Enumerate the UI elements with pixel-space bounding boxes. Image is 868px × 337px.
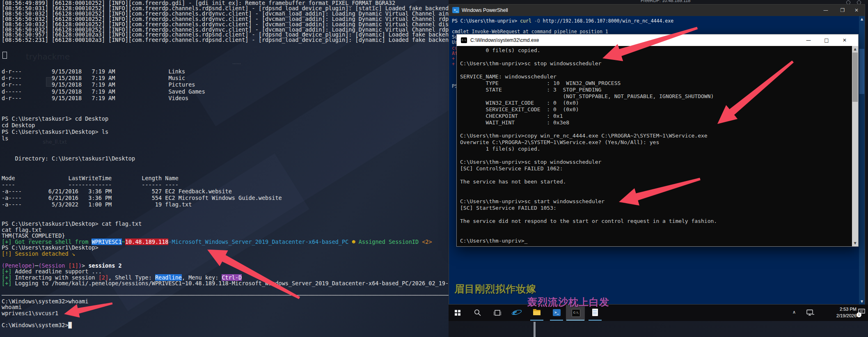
close-button[interactable]: ✕ xyxy=(836,34,854,46)
freerdp-window-titlebar[interactable]: FreeRDP: 10.48.189.118 xyxy=(449,0,868,4)
powershell-window-title: Windows PowerShell xyxy=(462,7,508,13)
desktop-watermark-brand: tryhackme xyxy=(26,52,70,62)
notepad-icon xyxy=(592,309,598,316)
start-icon xyxy=(458,313,460,316)
powershell-icon: >_ xyxy=(553,309,561,316)
freerdp-window-title: FreeRDP: 10.48.189.118 xyxy=(641,0,690,3)
remote-ps-desktop-listing: PS C:\Users\taskusr1> cd Desktopcd Deskt… xyxy=(2,115,282,208)
network-icon[interactable] xyxy=(806,309,815,316)
powershell-scrollbar[interactable]: ▲ ▼ xyxy=(859,16,865,305)
search-icon xyxy=(474,309,481,316)
powershell-titlebar[interactable]: >_ Windows PowerShell — ❐ ✕ xyxy=(449,5,865,16)
clock-time: 2:53 PM xyxy=(836,306,857,312)
task-view-button[interactable] xyxy=(488,305,507,321)
host-desktop-widget xyxy=(534,322,536,337)
minimize-button[interactable]: — xyxy=(799,34,818,46)
penelope-session-output: PS C:\Users\taskusr1\Desktop> cat flag.t… xyxy=(2,221,449,328)
running-indicator xyxy=(530,320,543,321)
cmd-icon: C:\ xyxy=(572,309,580,317)
taskbar-clock[interactable]: 2:53 PM 2/19/2026 xyxy=(836,306,857,319)
cmd-scrollbar-thumb[interactable] xyxy=(852,53,858,102)
maximize-button[interactable]: □ xyxy=(818,34,836,46)
scroll-up-icon[interactable]: ▲ xyxy=(852,47,858,51)
host-terminal-window[interactable]: tryhackme she_ll.txt ...... [08:56:49:89… xyxy=(0,0,449,337)
start-icon xyxy=(455,310,457,312)
notepad-icon-line xyxy=(593,312,597,312)
cmd-icon: C:\ xyxy=(461,37,467,43)
cmd-window-title: C:\Windows\system32\cmd.exe xyxy=(470,37,539,43)
task-view-icon xyxy=(494,309,501,316)
running-indicator xyxy=(550,320,563,321)
running-indicator xyxy=(589,320,602,321)
notepad-icon-line xyxy=(593,314,597,314)
lyric-caption-1: 眉目刚烈拟作妆嫁 xyxy=(454,282,536,296)
start-button[interactable] xyxy=(449,305,467,321)
powershell-prompt-line: PS C:\Users\thm-unpriv> curl -O http://1… xyxy=(452,18,673,24)
freerdp-titlebar-button-icon[interactable] xyxy=(846,0,850,4)
lyric-caption-2: 轰烈流沙枕上白发 xyxy=(527,296,609,309)
freerdp-log-output: [08:56:49:899] [66128:00010252] [INFO][c… xyxy=(2,0,449,43)
cmd-console-output[interactable]: 0 file(s) copied. C:\Users\thm-unpriv>sc… xyxy=(460,47,717,244)
folder-icon xyxy=(533,311,540,315)
scroll-down-icon[interactable]: ▼ xyxy=(852,241,858,245)
search-button[interactable] xyxy=(468,305,487,321)
scroll-down-icon[interactable]: ▼ xyxy=(859,300,865,303)
internet-explorer-orbit-icon xyxy=(511,310,522,315)
start-icon xyxy=(455,313,457,316)
notepad-icon-line xyxy=(593,310,597,311)
running-indicator xyxy=(566,320,584,321)
close-button[interactable]: ✕ xyxy=(848,5,865,16)
desktop-watermark-dots: ...... xyxy=(232,60,241,65)
action-center-button[interactable]: 1 xyxy=(857,308,867,319)
clock-date: 2/19/2026 xyxy=(836,312,857,319)
hidden-icons-button[interactable]: ∧ xyxy=(792,309,796,315)
freerdp-titlebar-button-icon[interactable] xyxy=(857,0,861,4)
windows-taskbar: e >_ C:\ ∧ 2:53 PM 2/19/2026 xyxy=(449,305,868,321)
remote-home-directory-listing: d-r--- 9/15/2018 7:19 AM Linksd-r--- 9/1… xyxy=(2,68,205,101)
scroll-up-icon[interactable]: ▲ xyxy=(859,17,865,21)
internet-explorer-button[interactable]: e xyxy=(508,305,527,321)
missing-glyph-box xyxy=(2,52,7,59)
minimize-button[interactable]: — xyxy=(817,5,834,16)
powershell-scrollbar-thumb[interactable] xyxy=(859,49,864,94)
cmd-scrollbar[interactable]: ▲ ▼ xyxy=(852,46,858,246)
cmd-window[interactable]: C:\ C:\Windows\system32\cmd.exe — □ ✕ 0 … xyxy=(456,34,859,247)
cmd-titlebar[interactable]: C:\ C:\Windows\system32\cmd.exe — □ ✕ xyxy=(457,34,858,46)
powershell-icon: >_ xyxy=(452,7,459,13)
notification-badge: 1 xyxy=(857,312,861,317)
start-icon xyxy=(458,310,460,312)
host-desktop-strip xyxy=(449,321,868,337)
